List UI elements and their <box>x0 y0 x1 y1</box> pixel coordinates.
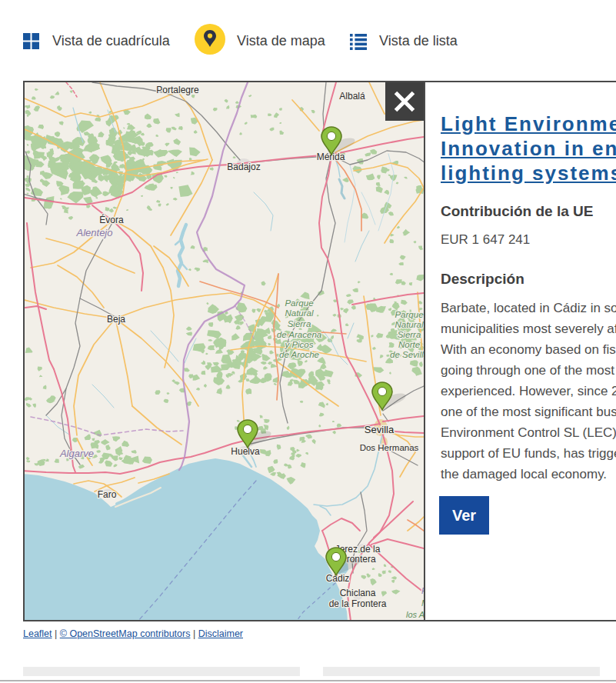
svg-text:Parque: Parque <box>395 310 423 319</box>
svg-text:Alentejo: Alentejo <box>76 227 113 238</box>
svg-text:de la Frontera: de la Frontera <box>329 598 387 609</box>
svg-text:de Sevilla: de Sevilla <box>390 350 424 359</box>
svg-text:Sierra: Sierra <box>288 319 311 328</box>
svg-text:Chiclana: Chiclana <box>340 588 376 598</box>
svg-text:Badajoz: Badajoz <box>227 162 260 172</box>
svg-text:Albalá: Albalá <box>339 91 365 102</box>
svg-text:de Aracena: de Aracena <box>277 330 321 339</box>
svg-text:Sevilla: Sevilla <box>365 424 395 435</box>
svg-text:Cádiz: Cádiz <box>326 573 350 584</box>
svg-text:y Picos: y Picos <box>284 340 313 349</box>
svg-text:Dos Hermanas: Dos Hermanas <box>360 443 419 452</box>
svg-text:M: M <box>421 598 424 608</box>
svg-text:Algarve: Algarve <box>59 448 94 459</box>
svg-text:Parque: Parque <box>285 298 313 308</box>
svg-text:Sierra: Sierra <box>398 330 421 339</box>
svg-text:de Aroche: de Aroche <box>279 350 319 359</box>
svg-text:P: P <box>421 586 424 595</box>
svg-text:Huelva: Huelva <box>231 446 260 457</box>
svg-text:los Al: los Al <box>406 610 424 619</box>
svg-text:Beja: Beja <box>107 314 125 325</box>
svg-text:Natural: Natural <box>285 308 314 318</box>
svg-text:Faro: Faro <box>98 489 117 500</box>
svg-text:Norte: Norte <box>398 340 420 349</box>
svg-text:Évora: Évora <box>99 214 124 225</box>
svg-text:Portalegre: Portalegre <box>156 85 199 95</box>
svg-text:Natural: Natural <box>395 320 424 329</box>
